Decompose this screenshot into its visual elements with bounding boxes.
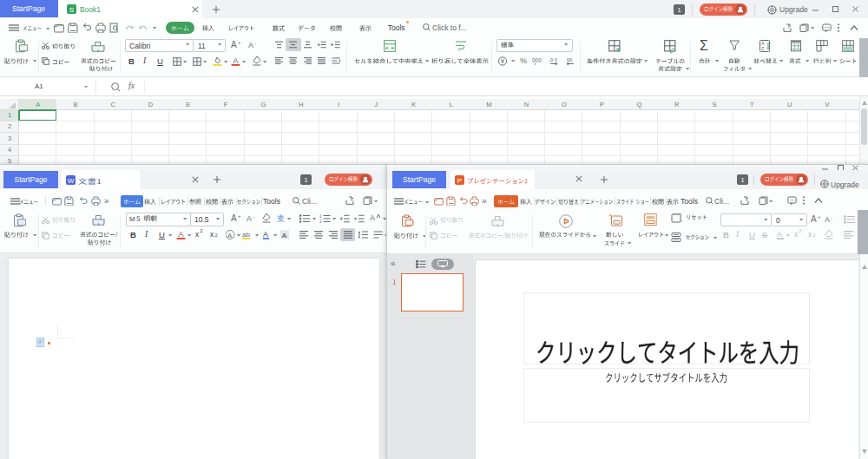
svg-text:000: 000: [532, 57, 542, 63]
svg-text:1: 1: [319, 214, 322, 219]
svg-text:A: A: [227, 232, 233, 239]
svg-text:W: W: [68, 177, 75, 185]
svg-text:A: A: [178, 230, 184, 239]
svg-text:A: A: [777, 230, 782, 239]
svg-text:.00: .00: [565, 57, 573, 62]
svg-text:ab: ab: [242, 231, 250, 239]
svg-text:0: 0: [555, 57, 557, 62]
svg-text:A: A: [282, 231, 287, 239]
svg-text:2: 2: [319, 220, 322, 223]
svg-text:P: P: [457, 177, 462, 185]
svg-text:A: A: [233, 56, 239, 65]
svg-text:¥: ¥: [501, 58, 504, 64]
svg-text:S: S: [69, 6, 74, 14]
svg-text:A: A: [263, 230, 268, 239]
svg-text:Z: Z: [761, 46, 765, 51]
svg-text:.0: .0: [549, 57, 554, 62]
